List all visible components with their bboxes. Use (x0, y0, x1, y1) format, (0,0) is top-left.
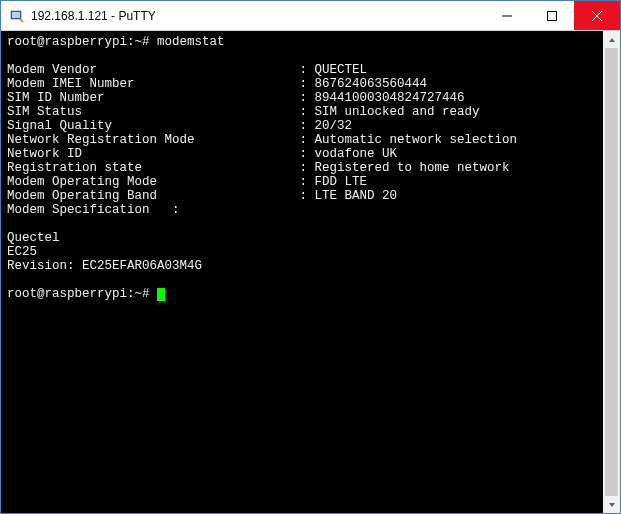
field-colon: : (300, 105, 315, 119)
field-colon: : (300, 77, 315, 91)
field-value: vodafone UK (315, 147, 398, 161)
scrollbar[interactable] (603, 31, 620, 513)
svg-rect-1 (12, 12, 20, 18)
window-title: 192.168.1.121 - PuTTY (31, 9, 484, 23)
putty-icon (9, 8, 25, 24)
field-label: Modem Specification : (7, 203, 180, 217)
field-value: FDD LTE (315, 175, 368, 189)
terminal[interactable]: root@raspberrypi:~# modemstat Modem Vend… (1, 31, 603, 513)
svg-rect-4 (547, 11, 556, 20)
window-controls (484, 1, 620, 30)
spec-revision: Revision: EC25EFAR06A03M4G (7, 259, 202, 273)
scroll-thumb[interactable] (605, 48, 618, 496)
minimize-button[interactable] (484, 1, 529, 30)
svg-marker-8 (609, 503, 615, 507)
field-label: Signal Quality (7, 119, 300, 133)
field-label: Modem Vendor (7, 63, 300, 77)
field-value: 867624063560444 (315, 77, 428, 91)
svg-marker-7 (609, 38, 615, 42)
field-label: SIM Status (7, 105, 300, 119)
maximize-button[interactable] (529, 1, 574, 30)
field-label: SIM ID Number (7, 91, 300, 105)
svg-line-2 (20, 19, 23, 22)
field-label: Modem Operating Band (7, 189, 300, 203)
field-label: Modem IMEI Number (7, 77, 300, 91)
cursor (157, 288, 165, 301)
field-value: LTE BAND 20 (315, 189, 398, 203)
putty-window: 192.168.1.121 - PuTTY root@raspberrypi:~… (0, 0, 621, 514)
spec-model: EC25 (7, 245, 37, 259)
field-colon: : (300, 91, 315, 105)
prompt: root@raspberrypi:~# (7, 35, 157, 49)
field-value: 89441000304824727446 (315, 91, 465, 105)
prompt: root@raspberrypi:~# (7, 287, 157, 301)
scroll-track[interactable] (603, 48, 620, 496)
field-label: Modem Operating Mode (7, 175, 300, 189)
field-colon: : (300, 119, 315, 133)
spec-vendor: Quectel (7, 231, 60, 245)
field-label: Network Registration Mode (7, 133, 300, 147)
field-colon: : (300, 161, 315, 175)
command: modemstat (157, 35, 225, 49)
scroll-down-arrow-icon[interactable] (603, 496, 620, 513)
field-colon: : (300, 133, 315, 147)
field-colon: : (300, 189, 315, 203)
field-colon: : (300, 175, 315, 189)
field-value: QUECTEL (315, 63, 368, 77)
field-value: SIM unlocked and ready (315, 105, 480, 119)
field-label: Registration state (7, 161, 300, 175)
field-value: Registered to home network (315, 161, 510, 175)
field-value: 20/32 (315, 119, 353, 133)
scroll-up-arrow-icon[interactable] (603, 31, 620, 48)
close-button[interactable] (574, 1, 620, 30)
field-value: Automatic network selection (315, 133, 518, 147)
field-label: Network ID (7, 147, 300, 161)
titlebar[interactable]: 192.168.1.121 - PuTTY (1, 1, 620, 31)
terminal-area: root@raspberrypi:~# modemstat Modem Vend… (1, 31, 620, 513)
field-colon: : (300, 63, 315, 77)
field-colon: : (300, 147, 315, 161)
